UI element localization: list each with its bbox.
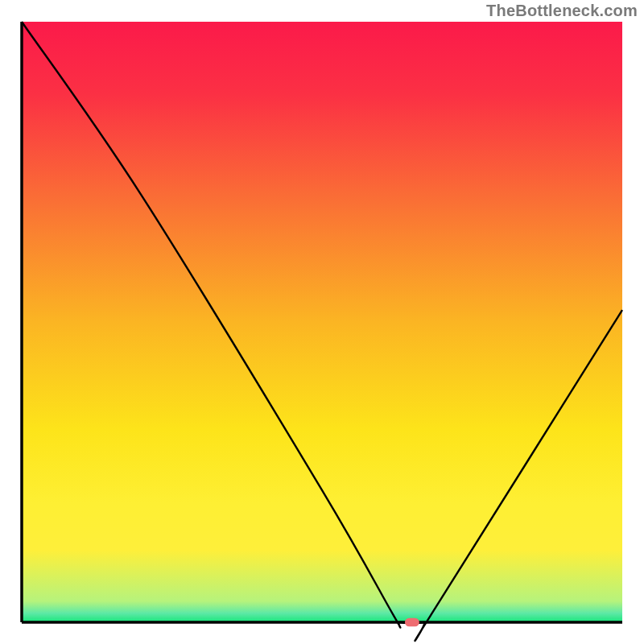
bottleneck-chart [0,0,644,644]
optimal-marker [405,618,419,626]
plot-background [22,22,622,622]
chart-stage: TheBottleneck.com [0,0,644,644]
watermark-text: TheBottleneck.com [486,2,638,20]
